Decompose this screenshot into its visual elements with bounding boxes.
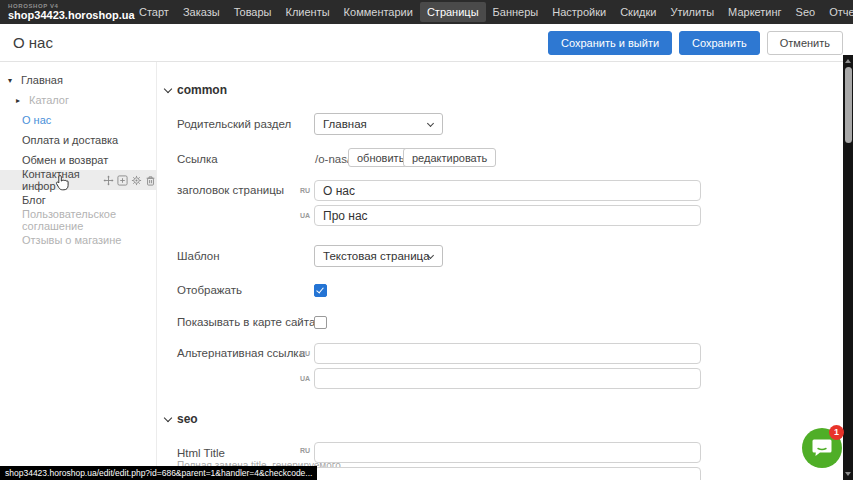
checkmark-icon [316,286,324,294]
menu-item-products[interactable]: Товары [227,2,279,22]
page-heading-ru-input[interactable] [314,180,701,201]
save-and-exit-button[interactable]: Сохранить и выйти [548,31,672,55]
tree-item-otzyvy[interactable]: Отзывы о магазине [0,230,156,250]
menu-item-marketing[interactable]: Маркетинг [721,2,788,22]
lang-ru-badge: RU [300,350,310,357]
logo-shop-domain: shop34423.horoshop.ua [8,10,126,21]
tree-item-oplata[interactable]: Оплата и доставка [0,130,156,150]
tree-item-label: Главная [21,74,63,86]
link-edit-button[interactable]: редактировать [403,148,496,167]
tree-item-label: Оплата и доставка [22,134,118,146]
tree-row-actions [103,175,156,186]
browser-status-bar: shop34423.horoshop.ua/edit/edit.php?id=6… [0,466,317,480]
scrollbar-thumb[interactable] [845,67,852,143]
chevron-down-icon [427,120,434,127]
menu-item-clients[interactable]: Клиенты [279,2,337,22]
tree-item-katalog[interactable]: ▸ Каталог [0,90,156,110]
tree-item-glavnaya[interactable]: ▾ Главная [0,70,156,90]
chevron-down-icon[interactable]: ▾ [8,76,18,85]
tree-item-label: Каталог [29,94,69,106]
link-label: Ссылка [177,153,218,165]
section-seo-title: seo [177,412,198,426]
drag-move-icon[interactable] [103,175,114,186]
tree-item-o-nas[interactable]: О нас [0,110,156,130]
chat-unread-badge: 1 [829,425,844,440]
cancel-button[interactable]: Отменить [767,31,843,55]
page-header: О нас Сохранить и выйти Сохранить Отмени… [0,24,853,62]
menu-item-orders[interactable]: Заказы [176,2,227,22]
parent-section-select[interactable]: Главная [314,113,443,135]
html-title-ru-input[interactable] [314,442,701,463]
template-value: Текстовая страница [323,250,430,262]
app-logo[interactable]: HOROSHOP V4 shop34423.horoshop.ua [8,3,126,21]
page-heading-ua-input[interactable] [314,205,701,226]
sitemap-checkbox[interactable] [314,316,327,329]
lang-ru-badge: RU [300,447,310,454]
save-button[interactable]: Сохранить [679,31,760,55]
tree-item-kontaktnaya[interactable]: Контактная инфор [0,170,156,190]
parent-section-value: Главная [323,118,367,130]
screen: HOROSHOP V4 shop34423.horoshop.ua Старт … [0,0,853,480]
chevron-right-icon[interactable]: ▸ [16,96,26,105]
lang-ua-badge: UA [300,375,310,382]
page-heading-label: заголовок страницы [177,184,284,196]
tree-item-label: Блог [22,194,46,206]
alt-link-ua-input[interactable] [314,368,701,389]
link-path-value: /o-nas/ [315,153,350,165]
menu-item-reports[interactable]: Отчеты [822,2,853,22]
delete-trash-icon[interactable] [145,175,156,186]
top-menu: Старт Заказы Товары Клиенты Комментарии … [132,2,853,22]
page-edit-form: common Родительский раздел Главная Ссылк… [156,62,843,480]
template-label: Шаблон [177,250,220,262]
top-navigation-bar: HOROSHOP V4 shop34423.horoshop.ua Старт … [0,0,853,24]
menu-item-settings[interactable]: Настройки [545,2,613,22]
section-common-title: common [177,83,227,97]
menu-item-utilities[interactable]: Утилиты [663,2,721,22]
display-label: Отображать [177,284,242,296]
html-title-ua-input[interactable] [314,467,701,480]
scrollbar-down-arrow-icon[interactable] [845,472,851,476]
settings-gear-icon[interactable] [131,175,142,186]
page-title: О нас [13,34,53,51]
lang-ua-badge: UA [300,212,310,219]
template-select[interactable]: Текстовая страница [314,245,443,267]
section-seo-header[interactable]: seo [165,412,198,426]
header-action-buttons: Сохранить и выйти Сохранить Отменить [548,31,843,55]
scrollbar-up-arrow-icon[interactable] [845,59,851,63]
tree-item-label: Пользовательское соглашение [22,208,156,232]
section-common-header[interactable]: common [165,83,227,97]
menu-item-seo[interactable]: Seo [789,2,823,22]
alt-link-ru-input[interactable] [314,343,701,364]
tree-item-blog[interactable]: Блог [0,190,156,210]
chevron-down-icon [164,413,172,421]
tree-item-label: Контактная инфор [22,168,98,192]
sitemap-label: Показывать в карте сайта [177,316,315,328]
tree-item-polzovatelskoe[interactable]: Пользовательское соглашение [0,210,156,230]
tree-item-label: Обмен и возврат [22,154,108,166]
menu-item-comments[interactable]: Комментарии [337,2,420,22]
menu-item-start[interactable]: Старт [132,2,176,22]
menu-item-pages[interactable]: Страницы [420,2,486,22]
display-checkbox[interactable] [314,284,327,297]
vertical-scrollbar[interactable] [843,55,853,480]
tree-item-label: Отзывы о магазине [22,234,121,246]
chat-bubble-icon [811,438,833,458]
parent-section-label: Родительский раздел [177,118,291,130]
chevron-down-icon [164,84,172,92]
alt-link-label: Альтернативная ссылка [177,347,305,359]
html-title-label: Html Title [177,447,225,459]
menu-item-discounts[interactable]: Скидки [613,2,663,22]
tree-item-obmen[interactable]: Обмен и возврат [0,150,156,170]
add-page-icon[interactable] [117,175,128,186]
tree-item-label: О нас [22,114,51,126]
lang-ru-badge: RU [300,187,310,194]
pages-tree-sidebar: ▾ Главная ▸ Каталог О нас Оплата и доста… [0,62,156,480]
menu-item-banners[interactable]: Баннеры [486,2,546,22]
